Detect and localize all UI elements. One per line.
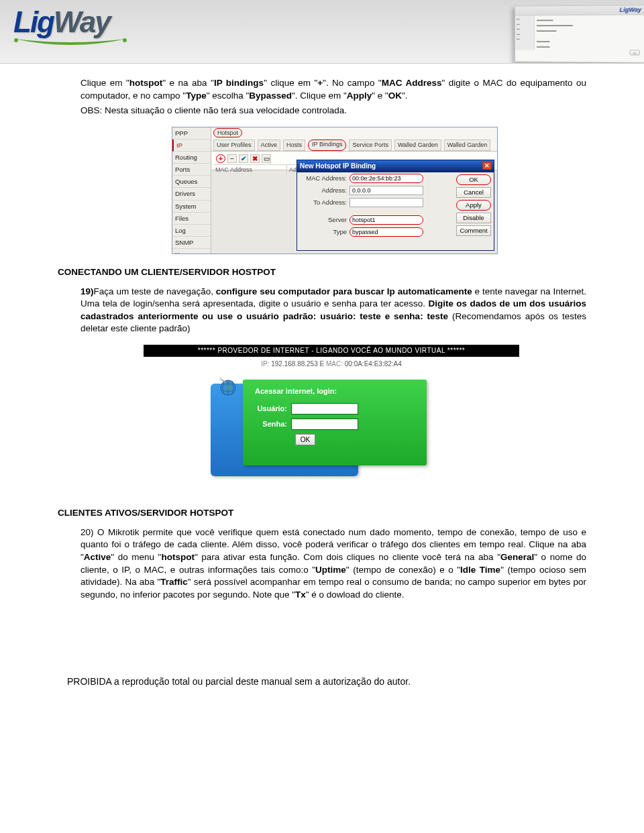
tab-walled-garden[interactable]: Walled Garden <box>394 140 441 150</box>
login-screenshot: ****** PROVEDOR DE INTERNET - LIGANDO VO… <box>144 345 519 492</box>
tab-user-profiles[interactable]: User Profiles <box>213 140 255 150</box>
dialog-title: New Hotspot IP Binding ✕ <box>297 160 494 172</box>
mini-logo: LigWay <box>619 6 641 13</box>
svg-point-1 <box>123 38 127 42</box>
col-mac: MAC Address <box>213 165 287 174</box>
globe-icon <box>216 373 240 397</box>
menu-queues[interactable]: Queues <box>172 176 211 188</box>
tab-active[interactable]: Active <box>258 140 281 150</box>
label-mac-address: MAC Address: <box>301 174 350 182</box>
menu-log[interactable]: Log <box>172 225 211 237</box>
toolbar-remove-button[interactable]: − <box>227 154 237 163</box>
login-ok-button[interactable]: OK <box>295 434 315 445</box>
toolbar-add-button[interactable]: + <box>216 154 225 163</box>
ip-binding-dialog: New Hotspot IP Binding ✕ MAC Address: Ad… <box>297 160 494 251</box>
tab-walled-garden-2[interactable]: Walled Garden <box>444 140 491 150</box>
tab-hotspot[interactable]: Hotspot <box>213 128 242 137</box>
label-senha: Senha: <box>251 419 291 429</box>
svg-point-0 <box>14 38 18 42</box>
logo-swoosh-icon <box>13 36 127 48</box>
page-header: LigWay LigWay ▪▪▪▪▪▪▪▪▪▪▪▪▪▪▪ ▬▬▬▬▬▬▬▬▬▬… <box>0 0 644 64</box>
input-usuario[interactable] <box>291 403 358 414</box>
section3-paragraph: 20) O Mikrotik permite que você verifiqu… <box>58 526 586 602</box>
input-to-address[interactable] <box>350 198 423 207</box>
comment-button[interactable]: Comment <box>456 225 491 236</box>
menu-ppp[interactable]: PPP <box>172 127 211 140</box>
toolbar-comment-button[interactable]: ▭ <box>262 154 271 163</box>
menu-drivers[interactable]: Drivers <box>172 188 211 200</box>
tab-service-ports[interactable]: Service Ports <box>349 140 392 150</box>
toolbar-disable-button[interactable]: ✖ <box>250 154 260 163</box>
label-address: Address: <box>301 186 350 195</box>
tab-ip-bindings[interactable]: IP Bindings <box>308 140 346 150</box>
tab-hosts[interactable]: Hosts <box>283 140 305 150</box>
menu-routing[interactable]: Routing <box>172 152 211 164</box>
section3-heading: CLIENTES ATIVOS/SERVIDOR HOTSPOT <box>58 507 586 520</box>
logo-part-way: Way <box>54 5 110 38</box>
input-senha[interactable] <box>291 419 358 430</box>
section2-paragraph: 19)Faça um teste de navegação, configure… <box>58 286 586 336</box>
section1-obs: OBS: Nesta situação o cliente não terá s… <box>58 105 586 117</box>
section1-paragraph: Clique em "hotspot" e na aba "IP binding… <box>58 77 586 102</box>
svg-point-3 <box>219 378 222 380</box>
menu-ports[interactable]: Ports <box>172 164 211 176</box>
login-green-panel: Acessar internet, login: Usuário: Senha:… <box>243 380 427 465</box>
input-server[interactable] <box>350 215 423 225</box>
logo: LigWay <box>13 5 127 51</box>
mikrotik-sidebar: PPP IP Routing Ports Queues Drivers Syst… <box>172 127 211 254</box>
ok-button[interactable]: OK <box>456 174 491 185</box>
label-usuario: Usuário: <box>251 404 291 414</box>
toolbar-enable-button[interactable]: ✔ <box>239 154 248 163</box>
menu-users[interactable]: Users <box>172 249 211 254</box>
footer-text: PROIBIDA a reprodução total ou parcial d… <box>0 617 644 700</box>
header-preview-window: LigWay ▪▪▪▪▪▪▪▪▪▪▪▪▪▪▪ ▬▬▬▬▬▬▬▬▬▬▬▬▬▬▬▬▬… <box>515 5 644 62</box>
login-title-bar: ****** PROVEDOR DE INTERNET - LIGANDO VO… <box>144 345 519 357</box>
login-ipmac-line: IP: 192.168.88.253 E MAC: 00:0A:E4:E3:82… <box>144 359 519 369</box>
mikrotik-screenshot: PPP IP Routing Ports Queues Drivers Syst… <box>172 127 498 254</box>
menu-snmp[interactable]: SNMP <box>172 237 211 249</box>
apply-button[interactable]: Apply <box>456 200 491 211</box>
label-server: Server <box>301 215 350 224</box>
close-icon[interactable]: ✕ <box>482 162 492 170</box>
menu-system[interactable]: System <box>172 201 211 213</box>
section2-heading: CONECTANDO UM CLIENTE/SERVIDOR HOSTPOT <box>58 266 586 279</box>
input-mac-address[interactable] <box>350 174 423 183</box>
menu-files[interactable]: Files <box>172 213 211 225</box>
login-form-title: Acessar internet, login: <box>255 386 419 396</box>
menu-ip[interactable]: IP <box>172 140 211 152</box>
cancel-button[interactable]: Cancel <box>456 187 491 198</box>
label-type: Type <box>301 227 350 236</box>
input-address[interactable] <box>350 186 423 195</box>
disable-button[interactable]: Disable <box>456 213 491 223</box>
logo-part-lig: Lig <box>13 5 54 38</box>
input-type[interactable] <box>350 227 423 237</box>
mini-button: ▭ <box>630 50 640 55</box>
label-to-address: To Address: <box>301 198 350 207</box>
